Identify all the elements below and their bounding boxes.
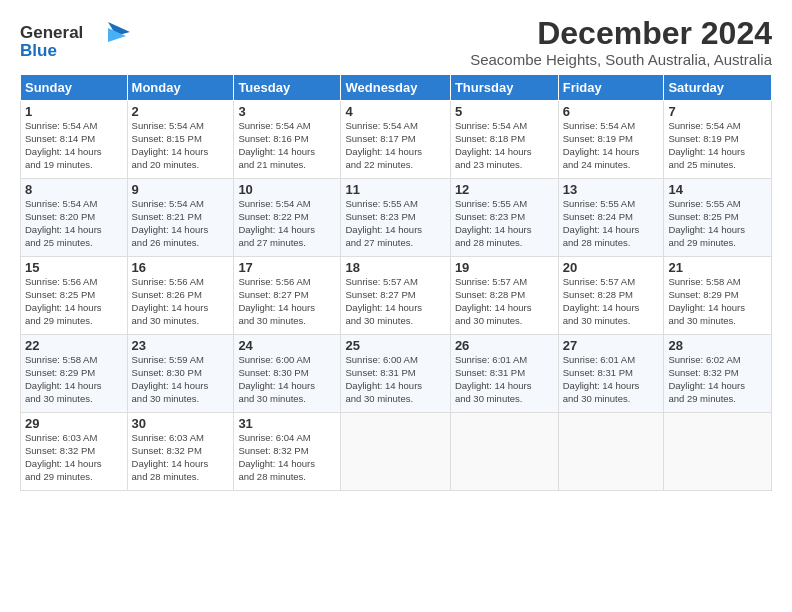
calendar-day-12: 12Sunrise: 5:55 AMSunset: 8:23 PMDayligh… <box>450 179 558 257</box>
calendar-day-19: 19Sunrise: 5:57 AMSunset: 8:28 PMDayligh… <box>450 257 558 335</box>
day-number: 25 <box>345 338 445 353</box>
calendar-day-5: 5Sunrise: 5:54 AMSunset: 8:18 PMDaylight… <box>450 101 558 179</box>
day-number: 9 <box>132 182 230 197</box>
day-info: Sunrise: 6:01 AMSunset: 8:31 PMDaylight:… <box>563 354 660 405</box>
day-info: Sunrise: 5:54 AMSunset: 8:20 PMDaylight:… <box>25 198 123 249</box>
subtitle: Seacombe Heights, South Australia, Austr… <box>470 51 772 68</box>
calendar-day-17: 17Sunrise: 5:56 AMSunset: 8:27 PMDayligh… <box>234 257 341 335</box>
day-number: 14 <box>668 182 767 197</box>
calendar-empty-cell <box>558 413 664 491</box>
day-number: 31 <box>238 416 336 431</box>
page: General Blue December 2024 Seacombe Heig… <box>0 0 792 501</box>
calendar-header-saturday: Saturday <box>664 75 772 101</box>
day-number: 6 <box>563 104 660 119</box>
calendar-week-1: 1Sunrise: 5:54 AMSunset: 8:14 PMDaylight… <box>21 101 772 179</box>
day-info: Sunrise: 5:56 AMSunset: 8:25 PMDaylight:… <box>25 276 123 327</box>
day-number: 30 <box>132 416 230 431</box>
day-info: Sunrise: 6:00 AMSunset: 8:31 PMDaylight:… <box>345 354 445 405</box>
day-info: Sunrise: 5:59 AMSunset: 8:30 PMDaylight:… <box>132 354 230 405</box>
day-number: 16 <box>132 260 230 275</box>
calendar-day-2: 2Sunrise: 5:54 AMSunset: 8:15 PMDaylight… <box>127 101 234 179</box>
calendar-day-27: 27Sunrise: 6:01 AMSunset: 8:31 PMDayligh… <box>558 335 664 413</box>
calendar-day-4: 4Sunrise: 5:54 AMSunset: 8:17 PMDaylight… <box>341 101 450 179</box>
day-info: Sunrise: 5:55 AMSunset: 8:23 PMDaylight:… <box>345 198 445 249</box>
day-info: Sunrise: 5:54 AMSunset: 8:16 PMDaylight:… <box>238 120 336 171</box>
logo-svg: General Blue <box>20 16 140 64</box>
calendar-table: SundayMondayTuesdayWednesdayThursdayFrid… <box>20 74 772 491</box>
calendar-week-3: 15Sunrise: 5:56 AMSunset: 8:25 PMDayligh… <box>21 257 772 335</box>
day-info: Sunrise: 5:58 AMSunset: 8:29 PMDaylight:… <box>25 354 123 405</box>
calendar-day-18: 18Sunrise: 5:57 AMSunset: 8:27 PMDayligh… <box>341 257 450 335</box>
day-info: Sunrise: 5:54 AMSunset: 8:19 PMDaylight:… <box>668 120 767 171</box>
svg-text:General: General <box>20 23 83 42</box>
day-number: 3 <box>238 104 336 119</box>
calendar-header-sunday: Sunday <box>21 75 128 101</box>
day-number: 24 <box>238 338 336 353</box>
calendar-day-20: 20Sunrise: 5:57 AMSunset: 8:28 PMDayligh… <box>558 257 664 335</box>
day-info: Sunrise: 5:54 AMSunset: 8:15 PMDaylight:… <box>132 120 230 171</box>
day-number: 10 <box>238 182 336 197</box>
calendar-day-21: 21Sunrise: 5:58 AMSunset: 8:29 PMDayligh… <box>664 257 772 335</box>
calendar-day-15: 15Sunrise: 5:56 AMSunset: 8:25 PMDayligh… <box>21 257 128 335</box>
calendar-week-4: 22Sunrise: 5:58 AMSunset: 8:29 PMDayligh… <box>21 335 772 413</box>
calendar-day-16: 16Sunrise: 5:56 AMSunset: 8:26 PMDayligh… <box>127 257 234 335</box>
calendar-day-10: 10Sunrise: 5:54 AMSunset: 8:22 PMDayligh… <box>234 179 341 257</box>
day-info: Sunrise: 5:54 AMSunset: 8:18 PMDaylight:… <box>455 120 554 171</box>
calendar-header-friday: Friday <box>558 75 664 101</box>
calendar-day-28: 28Sunrise: 6:02 AMSunset: 8:32 PMDayligh… <box>664 335 772 413</box>
calendar-empty-cell <box>450 413 558 491</box>
day-info: Sunrise: 6:03 AMSunset: 8:32 PMDaylight:… <box>25 432 123 483</box>
calendar-header-tuesday: Tuesday <box>234 75 341 101</box>
day-number: 4 <box>345 104 445 119</box>
calendar-day-22: 22Sunrise: 5:58 AMSunset: 8:29 PMDayligh… <box>21 335 128 413</box>
day-info: Sunrise: 5:56 AMSunset: 8:26 PMDaylight:… <box>132 276 230 327</box>
day-number: 15 <box>25 260 123 275</box>
day-info: Sunrise: 5:55 AMSunset: 8:25 PMDaylight:… <box>668 198 767 249</box>
day-info: Sunrise: 6:00 AMSunset: 8:30 PMDaylight:… <box>238 354 336 405</box>
calendar-day-26: 26Sunrise: 6:01 AMSunset: 8:31 PMDayligh… <box>450 335 558 413</box>
day-info: Sunrise: 6:01 AMSunset: 8:31 PMDaylight:… <box>455 354 554 405</box>
calendar-day-3: 3Sunrise: 5:54 AMSunset: 8:16 PMDaylight… <box>234 101 341 179</box>
day-number: 13 <box>563 182 660 197</box>
day-number: 20 <box>563 260 660 275</box>
day-info: Sunrise: 5:56 AMSunset: 8:27 PMDaylight:… <box>238 276 336 327</box>
day-info: Sunrise: 5:54 AMSunset: 8:19 PMDaylight:… <box>563 120 660 171</box>
day-number: 21 <box>668 260 767 275</box>
day-number: 1 <box>25 104 123 119</box>
calendar-empty-cell <box>341 413 450 491</box>
day-info: Sunrise: 5:55 AMSunset: 8:23 PMDaylight:… <box>455 198 554 249</box>
svg-text:Blue: Blue <box>20 41 57 60</box>
day-info: Sunrise: 5:54 AMSunset: 8:22 PMDaylight:… <box>238 198 336 249</box>
calendar-day-7: 7Sunrise: 5:54 AMSunset: 8:19 PMDaylight… <box>664 101 772 179</box>
calendar-day-30: 30Sunrise: 6:03 AMSunset: 8:32 PMDayligh… <box>127 413 234 491</box>
calendar-day-9: 9Sunrise: 5:54 AMSunset: 8:21 PMDaylight… <box>127 179 234 257</box>
calendar-day-14: 14Sunrise: 5:55 AMSunset: 8:25 PMDayligh… <box>664 179 772 257</box>
calendar-header-monday: Monday <box>127 75 234 101</box>
calendar-header-row: SundayMondayTuesdayWednesdayThursdayFrid… <box>21 75 772 101</box>
calendar-day-31: 31Sunrise: 6:04 AMSunset: 8:32 PMDayligh… <box>234 413 341 491</box>
day-number: 23 <box>132 338 230 353</box>
calendar-header-thursday: Thursday <box>450 75 558 101</box>
month-title: December 2024 <box>470 16 772 51</box>
day-number: 5 <box>455 104 554 119</box>
day-info: Sunrise: 5:57 AMSunset: 8:28 PMDaylight:… <box>455 276 554 327</box>
day-number: 11 <box>345 182 445 197</box>
day-number: 26 <box>455 338 554 353</box>
day-info: Sunrise: 5:54 AMSunset: 8:17 PMDaylight:… <box>345 120 445 171</box>
day-number: 12 <box>455 182 554 197</box>
day-info: Sunrise: 6:04 AMSunset: 8:32 PMDaylight:… <box>238 432 336 483</box>
day-info: Sunrise: 6:02 AMSunset: 8:32 PMDaylight:… <box>668 354 767 405</box>
day-info: Sunrise: 5:54 AMSunset: 8:21 PMDaylight:… <box>132 198 230 249</box>
calendar-day-13: 13Sunrise: 5:55 AMSunset: 8:24 PMDayligh… <box>558 179 664 257</box>
day-number: 29 <box>25 416 123 431</box>
calendar-day-1: 1Sunrise: 5:54 AMSunset: 8:14 PMDaylight… <box>21 101 128 179</box>
title-block: December 2024 Seacombe Heights, South Au… <box>470 16 772 68</box>
day-info: Sunrise: 5:55 AMSunset: 8:24 PMDaylight:… <box>563 198 660 249</box>
day-number: 17 <box>238 260 336 275</box>
day-number: 22 <box>25 338 123 353</box>
calendar-day-24: 24Sunrise: 6:00 AMSunset: 8:30 PMDayligh… <box>234 335 341 413</box>
calendar-week-2: 8Sunrise: 5:54 AMSunset: 8:20 PMDaylight… <box>21 179 772 257</box>
day-number: 8 <box>25 182 123 197</box>
day-number: 2 <box>132 104 230 119</box>
day-info: Sunrise: 5:57 AMSunset: 8:27 PMDaylight:… <box>345 276 445 327</box>
